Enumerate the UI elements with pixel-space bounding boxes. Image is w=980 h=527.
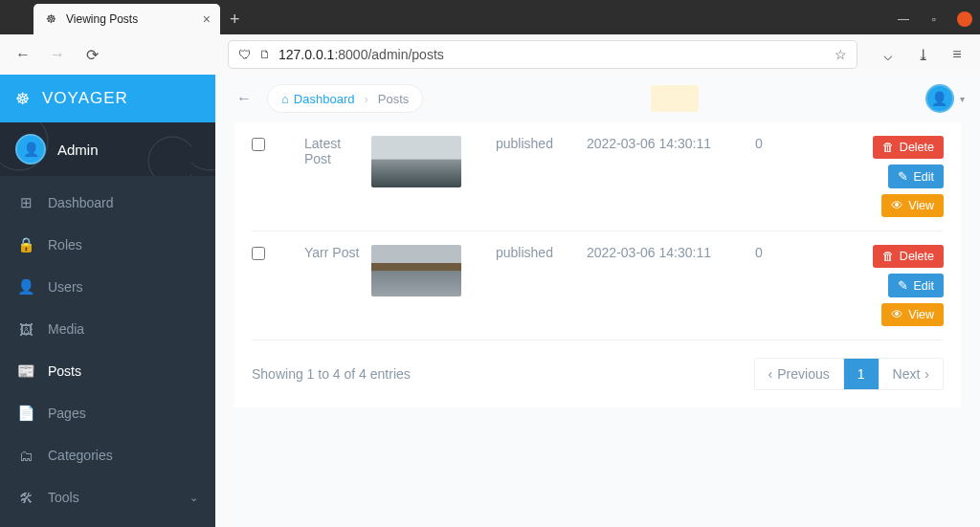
- table-row: Latest Postpublished2022-03-06 14:30:110…: [252, 122, 944, 231]
- post-status: published: [496, 245, 587, 326]
- eye-icon: 👁: [891, 199, 903, 212]
- trash-icon: 🗑: [882, 141, 895, 154]
- sidebar-item-users[interactable]: 👤Users: [0, 266, 215, 308]
- pages-icon: 📄: [17, 405, 34, 422]
- sidebar: ☸ VOYAGER 👤 Admin ⊞Dashboard🔒Roles👤Users…: [0, 75, 215, 527]
- tools-icon: 🛠: [17, 490, 34, 506]
- sidebar-item-media[interactable]: 🖼Media: [0, 308, 215, 350]
- notification-badge[interactable]: [651, 85, 699, 112]
- sidebar-user[interactable]: 👤 Admin: [0, 122, 215, 176]
- post-title: Latest Post: [304, 136, 371, 217]
- sidebar-item-label: Roles: [48, 237, 82, 253]
- post-thumbnail[interactable]: [371, 245, 461, 296]
- post-title: Yarr Post: [304, 245, 371, 326]
- sidebar-item-label: Pages: [48, 406, 86, 421]
- helm-icon: ☸: [43, 11, 58, 27]
- chevron-right-icon: ›: [924, 366, 929, 382]
- sidebar-item-label: Posts: [48, 363, 81, 379]
- tab-title: Viewing Posts: [66, 12, 195, 26]
- window-controls: — ▫: [888, 4, 980, 34]
- browser-chrome: ☸ Viewing Posts × + — ▫ ← → ⟳ 🛡 🗋 127.0.…: [0, 0, 980, 75]
- chevron-right-icon: ›: [364, 92, 368, 106]
- trash-icon: 🗑: [882, 250, 895, 263]
- sidebar-item-dashboard[interactable]: ⊞Dashboard: [0, 182, 215, 224]
- page-1[interactable]: 1: [844, 359, 880, 389]
- user-menu[interactable]: 👤 ▾: [925, 84, 965, 113]
- tab-bar: ☸ Viewing Posts × + — ▫: [0, 0, 980, 34]
- lock-icon: 🗋: [259, 48, 271, 61]
- dashboard-icon: ⊞: [17, 194, 34, 211]
- content: Latest Postpublished2022-03-06 14:30:110…: [215, 122, 980, 527]
- categories-icon: 🗂: [17, 448, 34, 464]
- reload-button[interactable]: ⟳: [78, 41, 105, 68]
- post-thumbnail[interactable]: [371, 136, 461, 187]
- pencil-icon: ✎: [898, 278, 908, 293]
- post-date: 2022-03-06 14:30:11: [587, 245, 735, 326]
- new-tab-button[interactable]: +: [220, 4, 250, 34]
- sidebar-item-pages[interactable]: 📄Pages: [0, 392, 215, 434]
- back-button[interactable]: ←: [10, 41, 36, 68]
- pagination: ‹Previous 1 Next›: [754, 358, 944, 390]
- brand[interactable]: ☸ VOYAGER: [0, 75, 215, 122]
- close-icon[interactable]: ×: [203, 11, 211, 27]
- user-name: Admin: [57, 142, 99, 158]
- brand-text: VOYAGER: [42, 89, 128, 108]
- pocket-icon[interactable]: ⌵: [875, 41, 902, 68]
- chevron-down-icon: ▾: [960, 94, 965, 104]
- row-checkbox[interactable]: [252, 138, 265, 151]
- chevron-down-icon: ⌄: [189, 492, 198, 504]
- sidebar-item-label: Dashboard: [48, 195, 114, 210]
- table-footer: Showing 1 to 4 of 4 entries ‹Previous 1 …: [252, 340, 944, 390]
- next-page[interactable]: Next›: [880, 359, 943, 389]
- post-count: 0: [735, 136, 783, 217]
- helm-icon: ☸: [15, 89, 31, 109]
- back-arrow[interactable]: ←: [231, 85, 257, 112]
- view-button[interactable]: 👁View: [881, 194, 944, 217]
- prev-page[interactable]: ‹Previous: [755, 359, 844, 389]
- avatar: 👤: [15, 134, 46, 165]
- address-bar: ← → ⟳ 🛡 🗋 127.0.0.1:8000/admin/posts ☆ ⌵…: [0, 34, 980, 75]
- maximize-button[interactable]: ▫: [919, 4, 949, 34]
- sidebar-item-tools[interactable]: 🛠Tools⌄: [0, 476, 215, 518]
- close-button[interactable]: [957, 11, 972, 27]
- breadcrumb-current: Posts: [378, 92, 410, 106]
- sidebar-item-label: Media: [48, 321, 84, 337]
- home-icon: ⌂: [281, 92, 289, 106]
- sidebar-item-posts[interactable]: 📰Posts: [0, 350, 215, 392]
- menu-icon[interactable]: ≡: [944, 41, 970, 68]
- sidebar-item-roles[interactable]: 🔒Roles: [0, 224, 215, 266]
- sidebar-item-categories[interactable]: 🗂Categories: [0, 434, 215, 476]
- showing-text: Showing 1 to 4 of 4 entries: [252, 366, 411, 382]
- url-input[interactable]: 🛡 🗋 127.0.0.1:8000/admin/posts ☆: [228, 40, 858, 69]
- viewport: ☸ VOYAGER 👤 Admin ⊞Dashboard🔒Roles👤Users…: [0, 75, 980, 527]
- post-status: published: [496, 136, 587, 217]
- star-icon[interactable]: ☆: [835, 47, 847, 62]
- url-text: 127.0.0.1:8000/admin/posts: [278, 47, 827, 62]
- forward-button[interactable]: →: [44, 41, 71, 68]
- sidebar-item-label: Categories: [48, 448, 113, 463]
- delete-button[interactable]: 🗑Delete: [873, 136, 944, 159]
- breadcrumb: ⌂Dashboard › Posts: [267, 84, 423, 113]
- minimize-button[interactable]: —: [888, 4, 919, 34]
- topbar: ← ⌂Dashboard › Posts 👤 ▾: [215, 75, 980, 122]
- view-button[interactable]: 👁View: [881, 303, 944, 326]
- avatar: 👤: [925, 84, 954, 113]
- roles-icon: 🔒: [17, 236, 34, 253]
- shield-icon: 🛡: [238, 47, 252, 62]
- download-icon[interactable]: ⤓: [909, 41, 936, 68]
- edit-button[interactable]: ✎Edit: [888, 274, 944, 297]
- delete-button[interactable]: 🗑Delete: [873, 245, 944, 268]
- eye-icon: 👁: [891, 308, 903, 321]
- table-row: Yarr Postpublished2022-03-06 14:30:110🗑D…: [252, 231, 944, 340]
- post-date: 2022-03-06 14:30:11: [587, 136, 735, 217]
- main: ← ⌂Dashboard › Posts 👤 ▾ Latest Postpubl…: [215, 75, 980, 527]
- edit-button[interactable]: ✎Edit: [888, 165, 944, 188]
- sidebar-item-label: Tools: [48, 490, 79, 505]
- row-checkbox[interactable]: [252, 247, 265, 260]
- browser-tab[interactable]: ☸ Viewing Posts ×: [33, 4, 220, 34]
- breadcrumb-dashboard[interactable]: ⌂Dashboard: [281, 92, 354, 106]
- users-icon: 👤: [17, 278, 34, 296]
- media-icon: 🖼: [17, 321, 34, 338]
- post-count: 0: [735, 245, 783, 326]
- pencil-icon: ✎: [898, 169, 908, 184]
